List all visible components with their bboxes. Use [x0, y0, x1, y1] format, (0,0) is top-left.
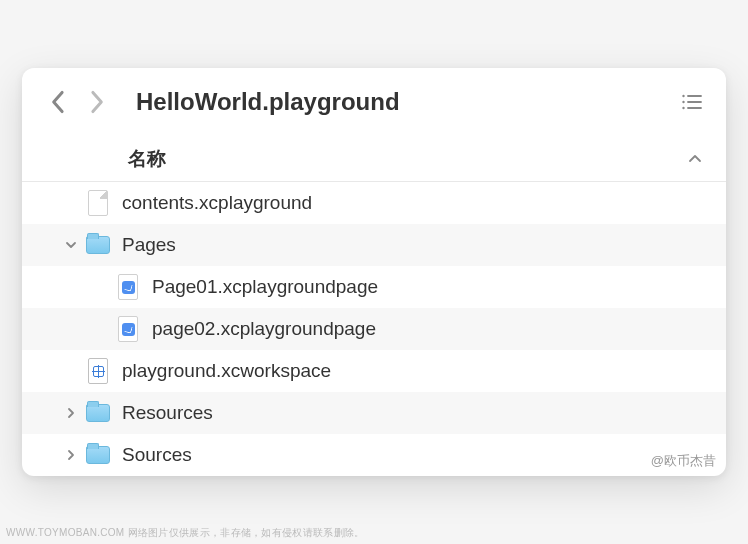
folder-icon [86, 446, 110, 464]
footer-note: WWW.TOYMOBAN.COM 网络图片仅供展示，非存储，如有侵权请联系删除。 [6, 526, 746, 540]
folder-icon [86, 404, 110, 422]
chevron-right-icon [65, 407, 77, 419]
svg-point-0 [682, 95, 684, 97]
view-options-button[interactable] [678, 88, 706, 116]
file-name-label: playground.xcworkspace [122, 360, 331, 382]
chevron-up-icon [688, 154, 702, 164]
chevron-right-icon [89, 90, 104, 114]
disclosure-toggle[interactable] [60, 402, 82, 424]
file-icon [88, 190, 108, 216]
sort-indicator[interactable] [688, 150, 702, 168]
file-row[interactable]: playground.xcworkspace [22, 350, 726, 392]
file-name-label: contents.xcplayground [122, 192, 312, 214]
file-row[interactable]: Pages [22, 224, 726, 266]
file-name-label: Resources [122, 402, 213, 424]
disclosure-toggle[interactable] [60, 234, 82, 256]
column-header[interactable]: 名称 [22, 136, 726, 182]
file-name-label: Sources [122, 444, 192, 466]
back-button[interactable] [42, 86, 74, 118]
xcworkspace-icon [88, 358, 108, 384]
file-row[interactable]: Sources [22, 434, 726, 476]
chevron-down-icon [65, 239, 77, 251]
file-list: contents.xcplaygroundPagesPage01.xcplayg… [22, 182, 726, 476]
disclosure-toggle[interactable] [60, 444, 82, 466]
column-name-label: 名称 [128, 146, 166, 172]
window-title: HelloWorld.playground [136, 88, 400, 116]
file-name-label: Page01.xcplaygroundpage [152, 276, 378, 298]
file-name-label: Pages [122, 234, 176, 256]
file-row[interactable]: page02.xcplaygroundpage [22, 308, 726, 350]
file-row[interactable]: Resources [22, 392, 726, 434]
chevron-right-icon [65, 449, 77, 461]
file-row[interactable]: Page01.xcplaygroundpage [22, 266, 726, 308]
list-icon [681, 93, 703, 111]
swift-file-icon [118, 274, 138, 300]
svg-point-1 [682, 101, 684, 103]
folder-icon [86, 236, 110, 254]
swift-file-icon [118, 316, 138, 342]
file-name-label: page02.xcplaygroundpage [152, 318, 376, 340]
finder-window: HelloWorld.playground 名称 contents.xcplay… [22, 68, 726, 476]
toolbar: HelloWorld.playground [22, 68, 726, 136]
forward-button[interactable] [80, 86, 112, 118]
svg-point-2 [682, 107, 684, 109]
chevron-left-icon [51, 90, 66, 114]
watermark: @欧币杰昔 [651, 452, 716, 470]
file-row[interactable]: contents.xcplayground [22, 182, 726, 224]
